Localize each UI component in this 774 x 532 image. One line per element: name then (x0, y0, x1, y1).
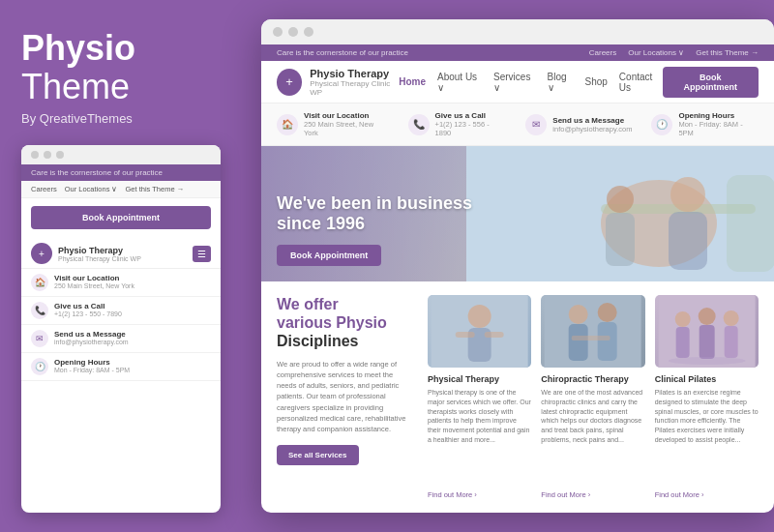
svg-rect-23 (699, 325, 714, 359)
mini-nav-links: Careers Our Locations ∨ Get this Theme → (31, 185, 184, 193)
mini-location-value: 250 Main Street, New York (54, 282, 134, 289)
card-cp-link[interactable]: Find out More › (655, 490, 759, 499)
svg-point-9 (468, 305, 491, 328)
svg-rect-21 (675, 327, 689, 358)
card-ct-desc: We are one of the most advanced chiropra… (541, 388, 644, 487)
mini-hamburger-button[interactable]: ☰ (193, 246, 211, 262)
mini-location-icon: 🏠 (31, 274, 48, 291)
mini-location-row: 🏠 Visit our Location 250 Main Street, Ne… (21, 269, 221, 297)
content-section: We offer various Physio Disciplines We a… (261, 281, 774, 513)
mini-phone-row: 📞 Give us a Call +1(2) 123 - 550 - 7890 (21, 297, 221, 325)
hours-value: Mon - Friday: 8AM - 5PM (678, 120, 759, 137)
info-phone: 📞 Give us a Call +1(2) 123 - 556 - 1890 (408, 111, 507, 137)
svg-point-26 (668, 357, 745, 365)
browser-dot1 (273, 27, 283, 37)
info-location: 🏠 Visit our Location 250 Main Street, Ne… (277, 111, 389, 137)
top-bar-links: Careers Our Locations ∨ Get this Theme → (589, 48, 759, 57)
nav-book-button[interactable]: Book Appointment (663, 67, 759, 98)
mini-logo-sub: Physical Therapy Clinic WP (58, 255, 187, 262)
brand-title: Physio Theme By QreativeThemes (21, 29, 221, 145)
phone-value: +1(2) 123 - 556 - 1890 (435, 120, 507, 137)
svg-point-5 (607, 186, 634, 213)
nav-logo: + Physio Therapy Physical Therapy Clinic… (277, 68, 399, 97)
card-pt-desc: Physical therapy is one of the major ser… (428, 388, 531, 487)
top-tagline: Care is the cornerstone of our practice (277, 48, 408, 57)
card-ct-title: Chiropractic Therapy (541, 374, 644, 384)
content-title-black: Disciplines (277, 333, 358, 349)
mini-phone-label: Give us a Call (54, 302, 122, 310)
card-ct-img-bg (541, 295, 644, 368)
card-chiropractic: Chiropractic Therapy We are one of the m… (541, 295, 644, 499)
mini-nav-get-theme[interactable]: Get this Theme → (125, 185, 184, 193)
nav-contact[interactable]: Contact Us (619, 72, 663, 93)
clock-icon: 🕐 (651, 114, 672, 135)
email-label: Send us a Message (552, 116, 632, 125)
info-email: ✉ Send us a Message info@physiotherapy.c… (525, 111, 632, 137)
phone-label: Give us a Call (435, 111, 507, 120)
mini-logo-name: Physio Therapy (58, 246, 187, 255)
top-careers-link[interactable]: Careers (589, 48, 616, 57)
nav-shop[interactable]: Shop (584, 76, 607, 87)
mini-browser: Care is the cornerstone of our practice … (21, 145, 221, 513)
top-theme-link[interactable]: Get this Theme → (696, 48, 759, 57)
mini-book-button[interactable]: Book Appointment (31, 206, 211, 229)
nav-home[interactable]: Home (399, 76, 426, 87)
see-services-button[interactable]: See all Services (277, 445, 359, 465)
content-title-purple: We offer various Physio (277, 296, 387, 331)
svg-point-20 (674, 311, 690, 327)
card-ct-image (541, 295, 644, 368)
browser-dot2 (288, 27, 298, 37)
svg-rect-18 (572, 336, 610, 340)
main-nav: + Physio Therapy Physical Therapy Clinic… (261, 61, 774, 103)
brand-bold: Physio (21, 29, 221, 68)
svg-rect-4 (669, 212, 707, 270)
mini-tagline: Care is the cornerstone of our practice (31, 168, 163, 177)
card-ct-link[interactable]: Find out More › (541, 490, 644, 499)
svg-rect-25 (724, 326, 737, 358)
content-cards: Physical Therapy Physical therapy is one… (428, 295, 759, 499)
mini-phone-value: +1(2) 123 - 550 - 7890 (54, 310, 122, 317)
mini-hours-value: Mon - Friday: 8AM - 5PM (54, 367, 130, 373)
svg-point-16 (598, 303, 617, 322)
location-icon: 🏠 (277, 114, 298, 135)
hero-content: We've been in business since 1996 Book A… (261, 193, 488, 281)
hero-section: We've been in business since 1996 Book A… (261, 146, 774, 281)
mini-top-bar: Care is the cornerstone of our practice (21, 164, 221, 181)
svg-rect-15 (569, 324, 588, 361)
nav-blog[interactable]: Blog ∨ (548, 72, 574, 93)
email-value: info@physiotherapy.com (552, 125, 632, 133)
content-left: We offer various Physio Disciplines We a… (277, 295, 412, 499)
dot3 (56, 151, 64, 159)
mini-location-label: Visit our Location (54, 274, 134, 282)
hero-book-button[interactable]: Book Appointment (277, 245, 381, 266)
svg-rect-12 (485, 332, 504, 338)
card-pt-link[interactable]: Find out More › (428, 490, 531, 499)
mini-email-row: ✉ Send us a Message info@physiotherapy.c… (21, 325, 221, 353)
email-icon: ✉ (525, 114, 547, 135)
svg-point-24 (723, 310, 738, 326)
browser-bar (261, 19, 774, 44)
svg-point-22 (698, 308, 715, 325)
location-value: 250 Main Street, New York (304, 120, 389, 137)
mini-nav-careers[interactable]: Careers (31, 185, 57, 193)
mini-nav-bar: Careers Our Locations ∨ Get this Theme → (21, 181, 221, 198)
hours-label: Opening Hours (678, 111, 759, 120)
mini-hours-label: Opening Hours (54, 358, 130, 367)
svg-rect-6 (606, 213, 635, 266)
card-pt-image (428, 295, 531, 368)
nav-services[interactable]: Services ∨ (493, 72, 536, 93)
svg-rect-11 (456, 332, 475, 338)
browser-dot3 (304, 27, 313, 37)
mini-logo-text: Physio Therapy Physical Therapy Clinic W… (58, 246, 187, 262)
info-hours: 🕐 Opening Hours Mon - Friday: 8AM - 5PM (651, 111, 759, 137)
svg-rect-13 (545, 295, 641, 368)
nav-about[interactable]: About Us ∨ (437, 72, 482, 93)
mini-phone-icon: 📞 (31, 302, 48, 319)
mini-email-value: info@physiotherapy.com (54, 339, 129, 345)
svg-rect-7 (727, 175, 774, 272)
top-locations-link[interactable]: Our Locations ∨ (628, 48, 684, 57)
mini-email-label: Send us a Message (54, 330, 129, 339)
svg-rect-17 (598, 322, 617, 361)
mini-nav-locations[interactable]: Our Locations ∨ (65, 185, 118, 193)
brand-by: By QreativeThemes (21, 111, 221, 126)
